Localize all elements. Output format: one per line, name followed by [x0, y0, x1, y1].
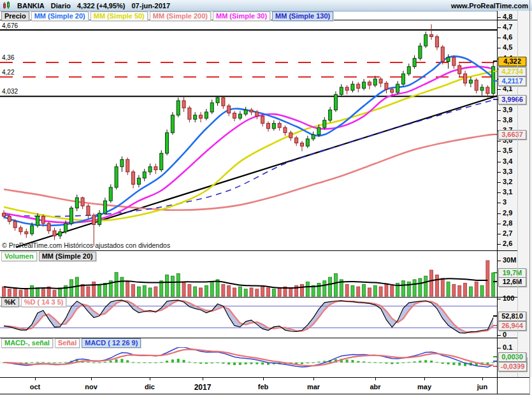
axis-value-tag: 0,0030 — [498, 352, 526, 362]
candle — [250, 110, 253, 112]
macd-hist-bar — [154, 363, 157, 363]
legend-mm30[interactable]: MM (Simple 30) — [213, 11, 270, 21]
macd-hist-bar — [171, 359, 174, 363]
legend-macd-signal[interactable]: Señal — [55, 338, 80, 348]
volume-plot[interactable] — [3, 261, 495, 296]
legend-mm130[interactable]: MM (Simple 130) — [272, 11, 333, 21]
volume-bar — [8, 289, 11, 296]
candle — [312, 134, 315, 138]
candle — [401, 74, 405, 84]
price-axis-label: 2,8 — [503, 219, 512, 227]
macd-hist-bar — [430, 361, 433, 363]
volume-panel-bottom-border — [0, 297, 517, 298]
volume-bar — [216, 280, 219, 296]
price-axis-tick — [498, 141, 501, 141]
candle — [272, 124, 275, 129]
price-chart-canvas[interactable] — [0, 0, 532, 395]
price-axis-label: 4,5 — [503, 43, 512, 51]
price-legend: Precio MM (Simple 20) MM (Simple 50) MM … — [1, 11, 333, 21]
candle — [278, 124, 281, 127]
axis-value-tag: 4,322 — [498, 57, 526, 66]
macd-hist-bar — [402, 363, 405, 363]
legend-precio[interactable]: Precio — [1, 11, 29, 21]
month-label: jun — [477, 383, 488, 391]
volume-bar — [261, 287, 264, 296]
candle — [284, 127, 287, 133]
volume-bar — [323, 281, 326, 296]
macd-hist-bar — [306, 363, 309, 363]
macd-hist-bar — [132, 362, 134, 363]
copyright-note: © ProRealTime.com Históricos ajustados c… — [2, 241, 170, 249]
candle — [300, 143, 303, 146]
macd-hist-bar — [199, 363, 202, 364]
volume-bar — [166, 275, 169, 296]
candle — [244, 110, 247, 114]
main-panel-bottom-border — [0, 250, 517, 251]
candle — [385, 83, 388, 89]
price-plot[interactable] — [0, 24, 498, 247]
axis-label: 30M — [503, 256, 516, 264]
axis-value-tag: 4,2734 — [498, 67, 526, 76]
macd-hist-bar — [317, 362, 320, 363]
macd-hist-bar — [53, 363, 55, 363]
volume-bar — [317, 283, 320, 296]
month-label: 2017 — [194, 383, 212, 392]
stochastic-plot[interactable] — [0, 300, 497, 333]
legend-macd-hist[interactable]: MACD-, señal — [1, 338, 53, 348]
volume-bar — [391, 285, 394, 296]
price-axis-tick — [498, 120, 501, 121]
macd-hist-bar — [351, 360, 354, 363]
volume-bar — [238, 287, 241, 296]
price-axis-label: 3,4 — [503, 157, 512, 165]
legend-mm50[interactable]: MM (Simple 50) — [90, 11, 148, 21]
macd-panel-bottom-border — [0, 377, 529, 378]
macd-hist-bar — [149, 363, 152, 363]
candle — [8, 216, 11, 221]
macd-hist-bar — [59, 363, 61, 363]
price-axis-label: 4,6 — [503, 33, 512, 41]
axis-value-tag: 19,7M — [498, 268, 526, 278]
price-axis-tick — [498, 27, 501, 28]
legend-volume-mm20[interactable]: MM (Simple 20) — [39, 252, 96, 261]
candle — [413, 59, 416, 67]
volume-bar — [430, 270, 433, 296]
volume-bar — [31, 285, 34, 296]
candle — [103, 201, 106, 213]
macd-plot[interactable] — [0, 347, 497, 367]
volume-bar — [222, 284, 225, 296]
month-tick — [35, 378, 36, 380]
legend-mm20[interactable]: MM (Simple 20) — [31, 11, 89, 21]
candle — [441, 47, 444, 62]
legend-mm200[interactable]: MM (Simple 200) — [150, 11, 211, 21]
volume-bar — [458, 285, 461, 296]
candle — [222, 97, 225, 106]
volume-bar — [41, 289, 45, 296]
candle — [289, 133, 292, 138]
price-axis-label: 3 — [503, 198, 507, 206]
macd-hist-bar — [205, 363, 208, 364]
volume-bar — [154, 287, 157, 296]
candle — [59, 232, 62, 236]
month-tick — [150, 378, 150, 380]
macd-hist-bar — [64, 362, 67, 363]
legend-macd-line[interactable]: MACD ( 12 26 9) — [82, 338, 141, 348]
volume-bar — [115, 273, 118, 296]
legend-stoch-d[interactable]: %D ( 14 3 5) — [21, 298, 67, 307]
legend-volumen[interactable]: Volumen — [1, 252, 37, 261]
macd-hist-bar — [424, 360, 427, 363]
candle — [317, 127, 320, 134]
volume-bar — [64, 285, 68, 296]
month-label: may — [417, 383, 431, 391]
month-tick — [482, 378, 483, 380]
axis-label: 100 — [503, 294, 514, 302]
candle — [391, 89, 394, 92]
axis-tick — [498, 348, 501, 348]
macd-hist-bar — [239, 363, 241, 365]
candle — [261, 116, 264, 123]
macd-hist-bar — [166, 361, 168, 363]
legend-stoch-k[interactable]: %K — [1, 298, 19, 307]
month-label: nov — [85, 383, 97, 391]
volume-bar — [199, 288, 203, 296]
macd-hist-bar — [227, 363, 230, 364]
price-axis-label: 3,5 — [503, 147, 512, 154]
